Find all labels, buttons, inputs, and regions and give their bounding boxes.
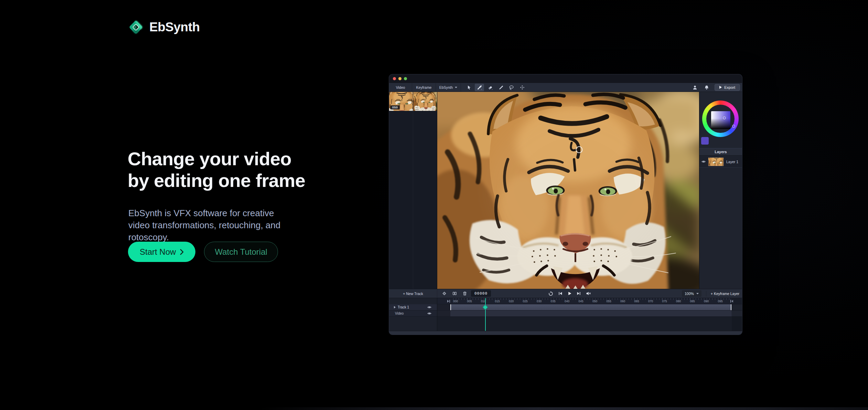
eye-icon xyxy=(427,312,431,315)
add-keyframe-button[interactable] xyxy=(442,291,447,296)
new-track-button[interactable]: + New Track xyxy=(389,289,437,298)
select-tool-icon xyxy=(467,85,471,90)
user-icon xyxy=(693,85,697,90)
brush-tool-icon xyxy=(477,85,482,90)
video-label-row[interactable]: Video xyxy=(389,311,437,317)
pre-roll-shade xyxy=(437,304,450,310)
hue-cursor[interactable] xyxy=(732,125,735,128)
keyframe-sidebar: 050 xyxy=(389,92,437,289)
keyframe-thumbnail-050[interactable]: 050 xyxy=(389,92,413,111)
timeline-horizontal-scrollbar[interactable] xyxy=(389,331,742,335)
layer-name: Layer 1 xyxy=(726,160,738,164)
color-wheel[interactable] xyxy=(702,101,739,137)
play-button[interactable] xyxy=(567,291,572,296)
keyframe-thumbnails: 050 xyxy=(389,92,437,111)
post-roll-shade xyxy=(732,298,742,331)
loop-button[interactable] xyxy=(548,291,553,296)
bell-icon xyxy=(704,85,709,90)
jump-start-button[interactable] xyxy=(558,291,562,296)
hero-title: Change your videoby editing one frame xyxy=(128,148,305,191)
jump-end-button[interactable] xyxy=(577,291,581,296)
track-name: Track 1 xyxy=(398,305,409,309)
keyframe-thumbnail-2[interactable] xyxy=(413,92,437,111)
track-label-row[interactable]: Track 1 xyxy=(389,304,437,311)
keyframe-2-image xyxy=(413,92,437,111)
ruler-labels: 0000050100150200250300350400450500550600… xyxy=(453,299,732,303)
video-clip-region[interactable] xyxy=(450,311,731,316)
delete-button[interactable] xyxy=(463,291,467,296)
transform-tool-button[interactable] xyxy=(517,84,527,91)
hero-subtitle: EbSynth is VFX software for creative vid… xyxy=(128,207,293,243)
user-account-button[interactable] xyxy=(691,84,699,91)
duplicate-frame-icon xyxy=(452,291,457,296)
pen-tool-button[interactable] xyxy=(496,84,505,91)
track1-clip[interactable] xyxy=(450,304,731,310)
minimize-window-button[interactable] xyxy=(398,77,401,80)
start-now-label: Start Now xyxy=(140,247,176,257)
hero-title-line1: Change your video xyxy=(128,148,291,169)
clip-trim-start-handle[interactable] xyxy=(450,304,451,310)
edit-icons-group xyxy=(442,291,467,296)
logo[interactable]: EbSynth xyxy=(128,19,200,35)
ruler-label: 025 xyxy=(523,299,537,303)
frame-counter[interactable]: 00000 xyxy=(471,290,491,297)
zoom-level-dropdown[interactable]: 100% xyxy=(682,290,701,297)
export-label: Export xyxy=(724,85,735,90)
close-window-button[interactable] xyxy=(393,77,396,80)
controlbar-divider xyxy=(706,291,706,296)
color-layers-panel: Layers Layer 1 xyxy=(699,92,742,289)
tab-video[interactable]: Video xyxy=(389,83,412,92)
ebsynth-menu-label: EbSynth xyxy=(439,85,453,90)
notifications-button[interactable] xyxy=(703,84,710,91)
keyframe-layer-label: + Keyframe Layer xyxy=(711,292,739,296)
ebsynth-menu[interactable]: EbSynth xyxy=(436,83,461,92)
disclosure-triangle-icon[interactable] xyxy=(394,306,396,308)
keyframe-layer-button[interactable]: + Keyframe Layer xyxy=(711,292,739,296)
export-button[interactable]: Export xyxy=(715,84,740,91)
mute-button[interactable] xyxy=(586,291,591,296)
keyframe-diamond-icon xyxy=(442,291,447,296)
ruler-label: 075 xyxy=(662,299,676,303)
pre-roll-shade xyxy=(437,311,450,316)
track-visibility-toggle[interactable] xyxy=(427,306,431,309)
tab-keyframe[interactable]: Keyframe xyxy=(412,83,436,92)
eye-icon[interactable] xyxy=(701,160,706,163)
jump-start-icon xyxy=(558,291,562,296)
lasso-tool-button[interactable] xyxy=(507,84,516,91)
tab-keyframe-label: Keyframe xyxy=(416,85,432,90)
sv-cursor[interactable] xyxy=(723,116,726,119)
timeline-ruler[interactable]: 0000050100150200250300350400450500550600… xyxy=(437,298,742,304)
ruler-label: 090 xyxy=(704,299,718,303)
zoom-level-value: 100% xyxy=(685,292,694,296)
watch-tutorial-button[interactable]: Watch Tutorial xyxy=(204,242,278,262)
ruler-label: 000 xyxy=(453,299,467,303)
start-now-button[interactable]: Start Now xyxy=(128,242,195,262)
canvas-artwork xyxy=(437,92,699,289)
mute-icon xyxy=(586,291,591,296)
play-icon xyxy=(719,86,722,89)
eraser-tool-button[interactable] xyxy=(485,84,495,91)
maximize-window-button[interactable] xyxy=(404,77,407,80)
ruler-label: 065 xyxy=(634,299,649,303)
layer-row[interactable]: Layer 1 xyxy=(699,156,742,168)
eraser-tool-icon xyxy=(488,85,493,90)
video-visibility-toggle[interactable] xyxy=(427,312,431,315)
clip-trim-end-handle[interactable] xyxy=(731,304,731,310)
hero-title-line2: by editing one frame xyxy=(128,170,305,191)
layer-thumbnail-image xyxy=(708,158,724,166)
brush-tool-button[interactable] xyxy=(475,84,484,91)
jump-end-icon xyxy=(577,291,581,296)
current-color-swatch[interactable] xyxy=(701,137,709,145)
editing-canvas[interactable] xyxy=(437,92,699,289)
select-tool-button[interactable] xyxy=(464,84,473,91)
toolbar-spacer xyxy=(527,83,691,92)
ruler-label: 055 xyxy=(607,299,621,303)
saturation-value-picker[interactable] xyxy=(711,111,730,129)
duplicate-frame-button[interactable] xyxy=(452,291,457,296)
timeline: Track 1 Video xyxy=(389,298,742,331)
clip-start-marker-icon xyxy=(447,300,450,303)
ruler-label: 045 xyxy=(579,299,593,303)
app-toolbar: Video Keyframe EbSynth xyxy=(389,83,742,92)
ebsynth-app-window: Video Keyframe EbSynth xyxy=(389,74,742,335)
playhead[interactable] xyxy=(485,298,486,331)
